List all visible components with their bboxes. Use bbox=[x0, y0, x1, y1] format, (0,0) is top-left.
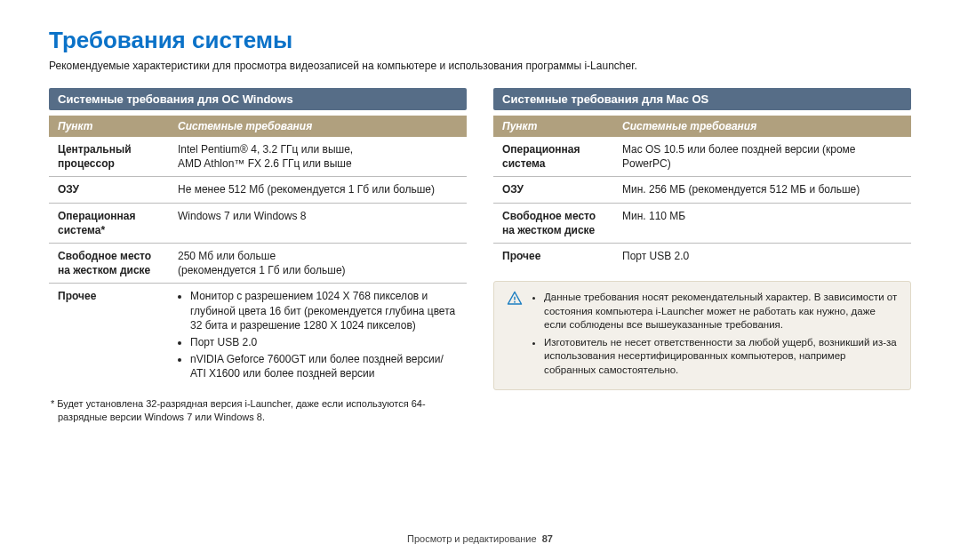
page-footer: Просмотр и редактирование 87 bbox=[0, 533, 960, 544]
windows-table: Пункт Системные требования Центральный п… bbox=[49, 116, 467, 388]
row-label: Операционная система bbox=[493, 137, 613, 177]
row-value: Порт USB 2.0 bbox=[613, 243, 911, 268]
row-label: ОЗУ bbox=[49, 177, 169, 203]
table-row: Операционная система* Windows 7 или Wind… bbox=[49, 203, 467, 243]
windows-heading: Системные требования для ОС Windows bbox=[49, 88, 467, 110]
table-row: ОЗУ Не менее 512 Мб (рекомендуется 1 Гб … bbox=[49, 177, 467, 203]
row-value: Intel Pentium® 4, 3.2 ГГц или выше, AMD … bbox=[169, 137, 467, 177]
list-item: Данные требования носят рекомендательный… bbox=[544, 291, 898, 332]
row-label: Прочее bbox=[49, 284, 169, 389]
row-value: Mac OS 10.5 или более поздней версии (кр… bbox=[613, 137, 911, 177]
row-value: Мин. 110 МБ bbox=[613, 203, 911, 243]
row-label: Свободное место на жестком диске bbox=[493, 203, 613, 243]
mac-table: Пункт Системные требования Операционная … bbox=[493, 116, 911, 268]
page-number: 87 bbox=[542, 533, 553, 544]
row-value: Мин. 256 МБ (рекомендуется 512 МБ и боль… bbox=[613, 177, 911, 203]
list-item: Монитор с разрешением 1024 X 768 пиксело… bbox=[190, 289, 458, 332]
table-row: ОЗУ Мин. 256 МБ (рекомендуется 512 МБ и … bbox=[493, 177, 911, 203]
footer-section: Просмотр и редактирование bbox=[407, 533, 537, 544]
col-header: Системные требования bbox=[169, 116, 467, 137]
col-header: Пункт bbox=[493, 116, 613, 137]
table-row: Операционная система Mac OS 10.5 или бол… bbox=[493, 137, 911, 177]
svg-point-2 bbox=[514, 301, 516, 303]
list-item: nVIDIA Geforce 7600GT или более поздней … bbox=[190, 352, 458, 380]
row-value: 250 Мб или больше (рекомендуется 1 Гб ил… bbox=[169, 243, 467, 283]
table-row: Прочее Порт USB 2.0 bbox=[493, 243, 911, 268]
page-title: Требования системы bbox=[49, 27, 911, 54]
row-label: Прочее bbox=[493, 243, 613, 268]
list-item: Изготовитель не несет ответственности за… bbox=[544, 336, 898, 378]
notice-box: Данные требования носят рекомендательный… bbox=[493, 281, 911, 390]
col-header: Системные требования bbox=[613, 116, 911, 137]
row-value: Монитор с разрешением 1024 X 768 пиксело… bbox=[169, 284, 467, 389]
row-value: Не менее 512 Мб (рекомендуется 1 Гб или … bbox=[169, 177, 467, 203]
col-header: Пункт bbox=[49, 116, 169, 137]
row-value: Windows 7 или Windows 8 bbox=[169, 203, 467, 243]
page-subtitle: Рекомендуемые характеристики для просмот… bbox=[49, 60, 911, 72]
windows-footnote: * Будет установлена 32-разрядная версия … bbox=[49, 397, 467, 424]
table-row: Свободное место на жестком диске 250 Мб … bbox=[49, 243, 467, 283]
row-label: Центральный процессор bbox=[49, 137, 169, 177]
list-item: Порт USB 2.0 bbox=[190, 335, 458, 349]
table-row: Прочее Монитор с разрешением 1024 X 768 … bbox=[49, 284, 467, 389]
warning-icon bbox=[507, 291, 523, 380]
row-label: Операционная система* bbox=[49, 203, 169, 243]
row-label: ОЗУ bbox=[493, 177, 613, 203]
row-label: Свободное место на жестком диске bbox=[49, 243, 169, 283]
table-row: Центральный процессор Intel Pentium® 4, … bbox=[49, 137, 467, 177]
mac-heading: Системные требования для Mac OS bbox=[493, 88, 911, 110]
table-row: Свободное место на жестком диске Мин. 11… bbox=[493, 203, 911, 243]
